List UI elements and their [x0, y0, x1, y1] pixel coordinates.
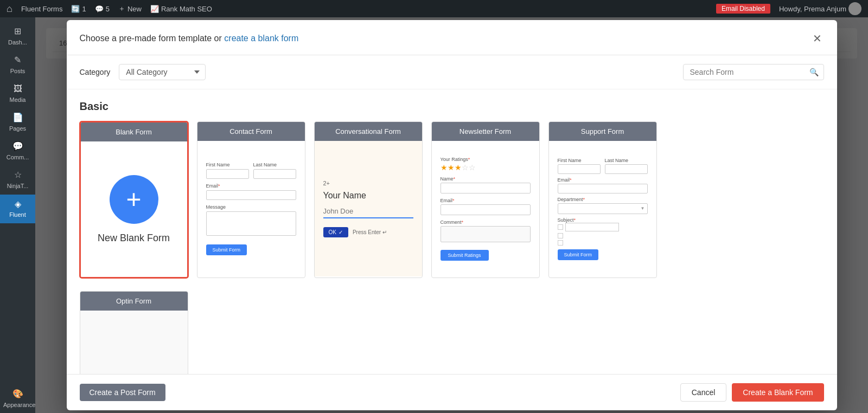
- admin-bar: ⌂ Fluent Forms 🔄 1 💬 5 ＋ New 📈 Rank Math…: [0, 0, 868, 17]
- create-blank-form-button[interactable]: Create a Blank Form: [732, 383, 824, 402]
- sidebar-item-media[interactable]: 🖼 Media: [0, 79, 35, 108]
- rank-math-item[interactable]: 📈 Rank Math SEO: [150, 5, 212, 13]
- sidebar-item-posts[interactable]: ✎ Posts: [0, 50, 35, 79]
- support-form-body: First Name Last Name: [549, 141, 656, 276]
- comments-item[interactable]: 💬 5: [95, 5, 110, 13]
- posts-icon: ✎: [3, 55, 32, 66]
- fluent-icon: ◈: [3, 199, 32, 210]
- blank-form-header: Blank Form: [81, 122, 187, 141]
- new-blank-form-label: New Blank Form: [98, 233, 170, 244]
- template-card-conversational[interactable]: Conversational Form 2+ Your Name: [314, 121, 423, 278]
- updates-item[interactable]: 🔄 1: [71, 5, 86, 13]
- media-icon: 🖼: [3, 83, 32, 95]
- modal-close-button[interactable]: ✕: [810, 31, 824, 46]
- template-card-newsletter[interactable]: Newsletter Form Your Ratings* ★★★☆☆: [431, 121, 540, 278]
- sidebar-item-appearance[interactable]: 🎨 Appearance: [0, 384, 35, 413]
- modal-header: Choose a pre-made form template or creat…: [67, 20, 837, 55]
- support-submit-btn[interactable]: Submit Form: [558, 249, 599, 260]
- sidebar-item-ninja[interactable]: ☆ NinjaT...: [0, 165, 35, 194]
- howdy-text: Howdy, Prema Anjum: [779, 2, 861, 15]
- search-icon-button[interactable]: 🔍: [809, 68, 819, 76]
- conversational-form-preview: 2+ Your Name OK ✓ Press Enter ↵: [315, 154, 422, 263]
- template-card-support[interactable]: Support Form First Name: [548, 121, 657, 278]
- newsletter-form-body: Your Ratings* ★★★☆☆ Name* Email*: [432, 141, 539, 276]
- conv-input[interactable]: [323, 205, 413, 218]
- template-card-contact[interactable]: Contact Form First Name: [197, 121, 305, 278]
- templates-grid-row2: Optin Form: [80, 291, 824, 374]
- conv-step-num: 2+: [323, 180, 413, 186]
- category-label: Category: [80, 68, 111, 76]
- optin-form-body: [80, 311, 188, 374]
- template-card-blank[interactable]: Blank Form + New Blank Form: [80, 121, 188, 278]
- create-blank-link[interactable]: create a blank form: [224, 34, 298, 43]
- avatar: [848, 2, 861, 15]
- cancel-button[interactable]: Cancel: [680, 383, 727, 402]
- modal-footer: Create a Post Form Cancel Create a Blank…: [67, 374, 837, 410]
- sidebar-bottom: 🎨 Appearance: [0, 384, 35, 413]
- modal-title: Choose a pre-made form template or creat…: [80, 34, 299, 43]
- create-post-form-button[interactable]: Create a Post Form: [80, 384, 165, 401]
- contact-submit-btn[interactable]: Submit Form: [206, 244, 247, 255]
- pages-icon: 📄: [3, 112, 32, 124]
- comments-icon: 💬: [3, 141, 32, 152]
- email-disabled-badge: Email Disabled: [716, 4, 770, 14]
- sidebar-item-pages[interactable]: 📄 Pages: [0, 108, 35, 137]
- support-form-header: Support Form: [549, 122, 656, 141]
- basic-section-title: Basic: [80, 100, 824, 113]
- blank-form-body: + New Blank Form: [81, 141, 187, 277]
- optin-form-header: Optin Form: [80, 292, 188, 311]
- new-item[interactable]: ＋ New: [118, 4, 142, 14]
- conv-enter-hint: Press Enter ↵: [353, 229, 387, 235]
- support-form-preview: First Name Last Name: [558, 158, 648, 260]
- appearance-icon: 🎨: [3, 389, 32, 400]
- search-form-input[interactable]: [683, 64, 824, 80]
- sidebar: ⊞ Dash... ✎ Posts 🖼 Media 📄 Pages 💬 Comm…: [0, 17, 35, 413]
- conv-question: Your Name: [323, 191, 413, 201]
- site-name[interactable]: Fluent Forms: [21, 5, 63, 13]
- footer-right: Cancel Create a Blank Form: [680, 383, 824, 402]
- star-rating: ★★★☆☆: [441, 163, 531, 172]
- ninja-icon: ☆: [3, 170, 32, 181]
- modal-overlay: Choose a pre-made form template or creat…: [35, 17, 868, 413]
- templates-grid: Blank Form + New Blank Form Contact Form: [80, 121, 824, 278]
- sidebar-item-fluent[interactable]: ◈ Fluent: [0, 195, 35, 223]
- contact-form-header: Contact Form: [197, 122, 305, 141]
- wp-logo[interactable]: ⌂: [7, 3, 12, 15]
- main-layout: ⊞ Dash... ✎ Posts 🖼 Media 📄 Pages 💬 Comm…: [0, 17, 868, 413]
- site-name-text: Fluent Forms: [21, 5, 63, 13]
- blank-form-plus-icon: +: [110, 175, 158, 224]
- category-select[interactable]: All Category: [119, 64, 206, 80]
- conv-ok-button[interactable]: OK ✓: [323, 227, 348, 237]
- conversational-form-body: 2+ Your Name OK ✓ Press Enter ↵: [315, 141, 422, 276]
- contact-form-preview: First Name Last Name: [206, 162, 296, 255]
- newsletter-form-header: Newsletter Form: [432, 122, 539, 141]
- template-modal: Choose a pre-made form template or creat…: [67, 20, 837, 410]
- newsletter-submit-btn[interactable]: Submit Ratings: [441, 250, 489, 261]
- sidebar-item-dashboard[interactable]: ⊞ Dash...: [0, 22, 35, 50]
- sidebar-item-comments[interactable]: 💬 Comm...: [0, 137, 35, 165]
- modal-body: Basic Blank Form + New Blank Form: [67, 89, 837, 374]
- dashboard-icon: ⊞: [3, 26, 32, 37]
- content-area: 167 Employment application form [fluentf…: [35, 17, 868, 413]
- newsletter-form-preview: Your Ratings* ★★★☆☆ Name* Email*: [441, 157, 531, 261]
- template-card-optin[interactable]: Optin Form: [80, 291, 188, 374]
- conversational-form-header: Conversational Form: [315, 122, 422, 141]
- modal-filter-row: Category All Category 🔍: [67, 55, 837, 89]
- search-wrapper: 🔍: [683, 64, 824, 80]
- contact-form-body: First Name Last Name: [197, 141, 305, 276]
